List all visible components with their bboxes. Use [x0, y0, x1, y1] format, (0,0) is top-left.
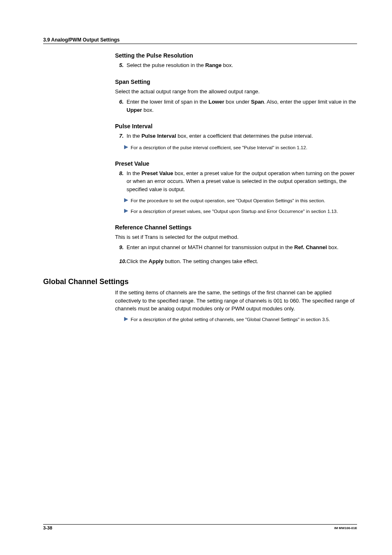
step-8: 8. In the Preset Value box, enter a pres…	[115, 169, 357, 194]
reference-channel-heading: Reference Channel Settings	[115, 224, 357, 231]
svg-marker-0	[124, 145, 128, 149]
step-9: 9. Enter an input channel or MATH channe…	[115, 243, 357, 252]
page-number: 3-38	[43, 525, 52, 530]
doc-id: IM MW100-01E	[334, 525, 357, 530]
note-text: For a description of the pulse interval …	[131, 144, 357, 151]
step-text: Enter an input channel or MATH channel f…	[127, 243, 357, 252]
step-text: Click the Apply button. The setting chan…	[127, 257, 357, 266]
triangle-icon	[124, 208, 131, 215]
note-global: For a description of the global setting …	[115, 316, 357, 323]
step-7: 7. In the Pulse Interval box, enter a co…	[115, 132, 357, 140]
span-setting-heading: Span Setting	[115, 79, 357, 85]
triangle-icon	[124, 316, 131, 323]
reference-intro: This is set if Trans is selected for the…	[115, 233, 357, 241]
svg-marker-1	[124, 198, 128, 202]
note-preset-2: For a description of preset values, see …	[115, 208, 357, 215]
step-5: 5. Select the pulse resolution in the Ra…	[115, 61, 357, 69]
pulse-interval-heading: Pulse Interval	[115, 123, 357, 130]
step-text: In the Pulse Interval box, enter a coeff…	[127, 132, 357, 140]
step-number: 5.	[115, 61, 127, 69]
pulse-resolution-heading: Setting the Pulse Resolution	[115, 52, 357, 59]
global-intro: If the setting items of channels are the…	[115, 289, 357, 313]
svg-marker-2	[124, 209, 128, 213]
triangle-icon	[124, 197, 131, 204]
note-pulse-interval: For a description of the pulse interval …	[115, 144, 357, 151]
step-10: 10. Click the Apply button. The setting …	[115, 257, 357, 266]
step-number: 9.	[115, 243, 127, 252]
triangle-icon	[124, 144, 131, 151]
section-label: 3.9 Analog/PWM Output Settings	[43, 37, 120, 43]
step-text: Enter the lower limit of span in the Low…	[127, 98, 357, 114]
step-text: Select the pulse resolution in the Range…	[127, 61, 357, 69]
header-section: 3.9 Analog/PWM Output Settings	[43, 37, 357, 44]
note-preset-1: For the procedure to set the output oper…	[115, 197, 357, 204]
content-area: Setting the Pulse Resolution 5. Select t…	[43, 52, 357, 265]
global-channel-content: If the setting items of channels are the…	[43, 289, 357, 323]
step-number: 10.	[115, 257, 127, 266]
svg-marker-3	[124, 317, 128, 321]
preset-value-heading: Preset Value	[115, 160, 357, 167]
step-text: In the Preset Value box, enter a preset …	[127, 169, 357, 194]
note-text: For a description of preset values, see …	[131, 208, 357, 215]
span-intro: Select the actual output range from the …	[115, 88, 357, 96]
step-6: 6. Enter the lower limit of span in the …	[115, 98, 357, 114]
step-number: 7.	[115, 132, 127, 140]
global-channel-heading: Global Channel Settings	[43, 278, 357, 286]
footer: 3-38 IM MW100-01E	[43, 524, 357, 530]
note-text: For a description of the global setting …	[131, 316, 357, 323]
step-number: 6.	[115, 98, 127, 114]
step-number: 8.	[115, 169, 127, 194]
note-text: For the procedure to set the output oper…	[131, 197, 357, 204]
